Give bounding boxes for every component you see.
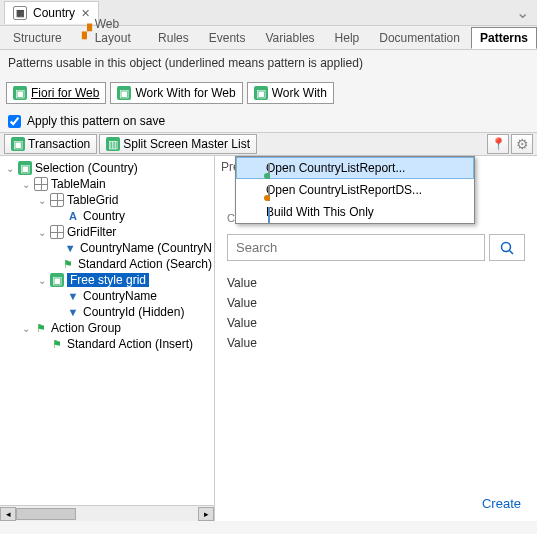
tab-web-layout[interactable]: ▞Web Layout xyxy=(73,13,147,49)
search-button[interactable] xyxy=(489,234,525,261)
horizontal-scrollbar[interactable]: ◂ ▸ xyxy=(0,505,214,521)
scroll-thumb[interactable] xyxy=(16,508,76,520)
tab-patterns[interactable]: Patterns xyxy=(471,27,537,49)
collapse-icon[interactable]: ⌄ xyxy=(37,195,47,206)
search-input[interactable] xyxy=(227,234,485,261)
value-item: Value xyxy=(227,313,525,333)
collapse-icon[interactable]: ⌄ xyxy=(37,275,47,286)
tree-node[interactable]: ACountry xyxy=(2,208,212,224)
pattern-tree[interactable]: ⌄▣Selection (Country)⌄TableMain⌄TableGri… xyxy=(0,156,214,505)
section-tabs: Structure▞Web LayoutRulesEventsVariables… xyxy=(0,26,537,50)
collapse-icon[interactable]: ⌄ xyxy=(21,323,31,334)
green-icon: ▣ xyxy=(18,161,32,175)
pattern-toolbar: ▣ Transaction ▥ Split Screen Master List… xyxy=(0,132,537,156)
pin-icon: 📍 xyxy=(491,137,505,151)
web-layout-icon: ▞ xyxy=(82,24,92,38)
tab-title: Country xyxy=(33,6,75,20)
tree-label: Country xyxy=(83,209,125,223)
tree-label: TableMain xyxy=(51,177,106,191)
tree-label: GridFilter xyxy=(67,225,116,239)
pin-button[interactable]: 📍 xyxy=(487,134,509,154)
report-ds-icon xyxy=(268,185,270,201)
pattern-fiori-for-web[interactable]: ▣Fiori for Web xyxy=(6,82,106,104)
search-icon xyxy=(499,240,515,256)
tree-node[interactable]: ▼CountryId (Hidden) xyxy=(2,304,212,320)
gear-icon: ⚙ xyxy=(515,137,529,151)
funnel-icon: ▼ xyxy=(66,305,80,319)
tree-panel: ⌄▣Selection (Country)⌄TableMain⌄TableGri… xyxy=(0,156,215,521)
collapse-icon[interactable]: ⌄ xyxy=(5,163,15,174)
value-item: Value xyxy=(227,273,525,293)
tab-rules[interactable]: Rules xyxy=(149,27,198,49)
value-item: Value xyxy=(227,333,525,353)
grid-icon xyxy=(34,177,48,191)
tab-help[interactable]: Help xyxy=(326,27,369,49)
apply-on-save-label: Apply this pattern on save xyxy=(27,114,165,128)
flag-icon: ⚑ xyxy=(50,337,64,351)
pattern-icon: ▣ xyxy=(117,86,131,100)
split-icon: ▥ xyxy=(106,137,120,151)
apply-on-save-row: Apply this pattern on save xyxy=(0,110,537,132)
country-icon: ▦ xyxy=(13,6,27,20)
pattern-work-with-for-web[interactable]: ▣Work With for Web xyxy=(110,82,242,104)
pattern-work-with[interactable]: ▣Work With xyxy=(247,82,334,104)
pattern-pills: ▣Fiori for Web▣Work With for Web▣Work Wi… xyxy=(0,76,537,110)
chevron-down-icon[interactable]: ⌄ xyxy=(516,3,529,22)
scroll-right-button[interactable]: ▸ xyxy=(198,507,214,521)
tab-events[interactable]: Events xyxy=(200,27,255,49)
tab-variables[interactable]: Variables xyxy=(256,27,323,49)
grid-icon xyxy=(50,193,64,207)
tree-node[interactable]: ⌄▣Free style grid xyxy=(2,272,212,288)
tree-label: Action Group xyxy=(51,321,121,335)
tree-label: Free style grid xyxy=(67,273,149,287)
grid-icon xyxy=(50,225,64,239)
settings-button[interactable]: ⚙ xyxy=(511,134,533,154)
split-screen-button[interactable]: ▥ Split Screen Master List xyxy=(99,134,257,154)
tab-documentation[interactable]: Documentation xyxy=(370,27,469,49)
collapse-icon[interactable]: ⌄ xyxy=(37,227,47,238)
transaction-button[interactable]: ▣ Transaction xyxy=(4,134,97,154)
collapse-icon[interactable]: ⌄ xyxy=(21,179,31,190)
tree-label: TableGrid xyxy=(67,193,118,207)
build-icon xyxy=(268,207,270,223)
value-list: ValueValueValueValue xyxy=(227,273,525,353)
menu-build-only[interactable]: Build With This Only xyxy=(236,201,474,223)
funnel-icon: ▼ xyxy=(66,289,80,303)
tree-node[interactable]: ⌄TableMain xyxy=(2,176,212,192)
scroll-left-button[interactable]: ◂ xyxy=(0,507,16,521)
tree-node[interactable]: ▼CountryName (CountryN xyxy=(2,240,212,256)
value-item: Value xyxy=(227,293,525,313)
flag-icon: ⚑ xyxy=(34,321,48,335)
report-icon xyxy=(268,163,270,179)
pattern-icon: ▣ xyxy=(13,86,27,100)
tree-label: Selection (Country) xyxy=(35,161,138,175)
create-link[interactable]: Create xyxy=(482,496,521,511)
tree-label: CountryName (CountryN xyxy=(80,241,212,255)
tree-label: CountryId (Hidden) xyxy=(83,305,184,319)
svg-line-1 xyxy=(510,250,514,254)
tree-label: Standard Action (Search) xyxy=(78,257,212,271)
patterns-description: Patterns usable in this object (underlin… xyxy=(0,50,537,76)
preview-panel: Pre Open CountryListReport... Open Count… xyxy=(215,156,537,521)
tree-label: CountryName xyxy=(83,289,157,303)
transaction-icon: ▣ xyxy=(11,137,25,151)
svg-point-0 xyxy=(502,242,511,251)
menu-open-report[interactable]: Open CountryListReport... xyxy=(236,157,474,179)
funnel-icon: ▼ xyxy=(64,241,77,255)
menu-open-report-ds[interactable]: Open CountryListReportDS... xyxy=(236,179,474,201)
tree-node[interactable]: ⚑Standard Action (Insert) xyxy=(2,336,212,352)
context-menu: Open CountryListReport... Open CountryLi… xyxy=(235,156,475,224)
scroll-track[interactable] xyxy=(16,507,198,521)
tree-label: Standard Action (Insert) xyxy=(67,337,193,351)
tab-structure[interactable]: Structure xyxy=(4,27,71,49)
tree-node[interactable]: ⚑Standard Action (Search) xyxy=(2,256,212,272)
tree-node[interactable]: ⌄GridFilter xyxy=(2,224,212,240)
tree-node[interactable]: ⌄▣Selection (Country) xyxy=(2,160,212,176)
flag-icon: ⚑ xyxy=(62,257,75,271)
apply-on-save-checkbox[interactable] xyxy=(8,115,21,128)
tree-node[interactable]: ▼CountryName xyxy=(2,288,212,304)
tree-node[interactable]: ⌄⚑Action Group xyxy=(2,320,212,336)
a-icon: A xyxy=(66,209,80,223)
tree-node[interactable]: ⌄TableGrid xyxy=(2,192,212,208)
pattern-icon: ▣ xyxy=(254,86,268,100)
